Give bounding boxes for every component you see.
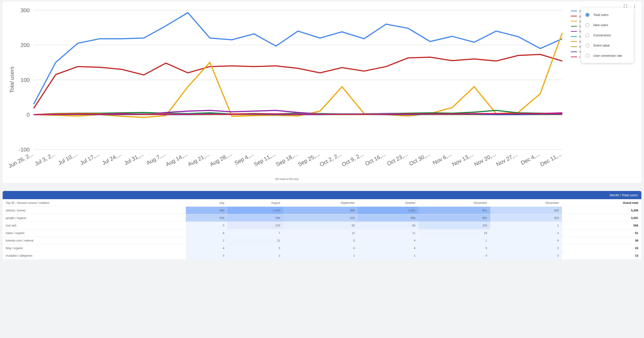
legend-swatch — [571, 41, 577, 42]
table-cell: 303 — [490, 214, 562, 222]
svg-text:Oct 23,...: Oct 23,... — [386, 151, 409, 167]
svg-text:Dec 11,...: Dec 11,... — [539, 151, 562, 168]
metric-option-label: Event value — [594, 44, 610, 47]
svg-text:Jul 3, 2...: Jul 3, 2... — [34, 151, 56, 167]
row-grand-total: 5,206 — [562, 207, 641, 214]
table-cell: 82 — [283, 222, 358, 229]
svg-text:Oct 16,...: Oct 16,... — [364, 151, 387, 167]
table-cell: 1,052 — [358, 207, 418, 214]
table-col-header[interactable]: November — [418, 199, 490, 207]
table-cell: 5 — [283, 237, 358, 244]
row-label: linkedin.com / referral — [3, 237, 186, 244]
table-cell: 1 — [283, 252, 358, 260]
table-cell: 1 — [186, 237, 228, 244]
legend-swatch — [571, 31, 577, 32]
table-cell: 682 — [418, 214, 490, 222]
table-cell: 1,043 — [228, 207, 284, 214]
svg-text:Oct 30,...: Oct 30,... — [408, 151, 431, 167]
table-row[interactable]: baidu / organic87121119461 — [3, 229, 641, 237]
table-cell: 233 — [418, 222, 490, 229]
table-col-header[interactable]: August — [228, 199, 284, 207]
pivot-table: Top 30 - Session source / mediumJulyAugu… — [3, 199, 641, 260]
metric-option-label: New users — [594, 23, 608, 27]
row-grand-total: 24 — [562, 244, 641, 252]
svg-text:Jul 31,...: Jul 31,... — [123, 151, 144, 166]
pivot-table-card: Month / Total users Top 30 - Session sou… — [3, 191, 641, 260]
svg-text:Aug 28,...: Aug 28,... — [209, 151, 232, 168]
table-left-header: Top 30 - Session source / medium — [3, 199, 186, 207]
metric-option-label: Total users — [594, 13, 608, 17]
table-col-header[interactable]: December — [490, 199, 562, 207]
row-grand-total: 556 — [562, 222, 641, 229]
svg-text:Jul 17,...: Jul 17,... — [79, 151, 100, 166]
table-cell: 901 — [418, 207, 490, 214]
table-row[interactable]: (not set)315382842331556 — [3, 222, 641, 229]
svg-text:Aug 14,...: Aug 14,... — [165, 151, 188, 168]
svg-text:Nov 27,...: Nov 27,... — [495, 151, 519, 168]
legend-swatch — [571, 11, 577, 11]
row-label: (not set) — [3, 222, 186, 229]
svg-text:Dec 4,...: Dec 4,... — [520, 151, 541, 166]
table-row[interactable]: google / organic5305905206566823033,281 — [3, 214, 641, 222]
legend-swatch — [571, 52, 577, 52]
table-grand-header[interactable]: Grand total — [562, 199, 641, 207]
svg-text:100: 100 — [20, 77, 30, 83]
table-cell: 656 — [358, 214, 418, 222]
table-col-header[interactable]: July — [186, 199, 228, 207]
svg-text:Jun 26, 2...: Jun 26, 2... — [7, 151, 34, 169]
table-cell: 3 — [418, 252, 490, 260]
svg-text:Sep 4,...: Sep 4,... — [234, 151, 254, 166]
svg-text:Sep 18,...: Sep 18,... — [275, 151, 298, 168]
metric-option[interactable]: Total users — [581, 10, 634, 20]
svg-text:Nov 6,...: Nov 6,... — [432, 151, 452, 166]
legend-swatch — [571, 26, 577, 26]
table-cell: 520 — [283, 214, 358, 222]
radio-icon — [586, 23, 590, 27]
svg-text:Aug 7,...: Aug 7,... — [146, 151, 166, 166]
legend-swatch — [571, 21, 577, 22]
metric-option[interactable]: Conversions — [581, 30, 634, 40]
row-label: trustpilot / categories — [3, 252, 186, 260]
svg-text:Oct 2, 2...: Oct 2, 2... — [319, 151, 342, 168]
table-row[interactable]: (direct) / (none)8801,0439051,0529014255… — [3, 207, 641, 214]
legend-swatch — [571, 56, 577, 57]
table-title: Month / Total users — [3, 191, 641, 199]
svg-text:Aug 21,...: Aug 21,... — [187, 151, 210, 168]
table-row[interactable]: trustpilot / categories32113313 — [3, 252, 641, 260]
line-chart[interactable]: Total users-1000100200300Jun 26, 2...Jul… — [7, 6, 567, 180]
row-label: (direct) / (none) — [3, 207, 186, 214]
svg-text:Total users: Total users — [9, 66, 15, 93]
table-cell: 6 — [490, 237, 562, 244]
radio-icon — [586, 54, 590, 58]
svg-text:Sep 25,...: Sep 25,... — [297, 151, 320, 168]
metric-option[interactable]: Event value — [581, 40, 634, 50]
metric-option[interactable]: New users — [581, 20, 634, 30]
svg-text:Sep 11,...: Sep 11,... — [253, 151, 276, 168]
svg-text:Nov 20,...: Nov 20,... — [473, 151, 496, 168]
svg-text:Nov 13,...: Nov 13,... — [451, 151, 474, 168]
legend-swatch — [571, 16, 577, 16]
table-col-header[interactable]: September — [283, 199, 358, 207]
metric-option[interactable]: User conversion rate — [581, 50, 634, 61]
table-cell: 880 — [186, 207, 228, 214]
svg-text:-100: -100 — [19, 146, 30, 152]
radio-icon — [586, 13, 590, 17]
svg-text:300: 300 — [20, 7, 30, 13]
line-chart-card: Total usersNew usersConversionsEvent val… — [3, 1, 641, 183]
table-row[interactable]: bing / organic45445224 — [3, 244, 641, 252]
table-cell: 4 — [358, 237, 418, 244]
radio-icon — [586, 44, 590, 48]
table-cell: 11 — [358, 229, 418, 237]
svg-point-2 — [634, 7, 635, 8]
table-col-header[interactable]: October — [358, 199, 418, 207]
row-label: bing / organic — [3, 244, 186, 252]
table-cell: 3 — [186, 252, 228, 260]
table-row[interactable]: linkedin.com / referral121541638 — [3, 237, 641, 244]
svg-text:0: 0 — [26, 112, 30, 118]
metric-option-label: User conversion rate — [594, 54, 622, 58]
metric-selector-popup: Total usersNew usersConversionsEvent val… — [581, 8, 634, 63]
table-cell: 4 — [186, 244, 228, 252]
svg-text:Oct 9, 2...: Oct 9, 2... — [341, 151, 364, 168]
svg-point-0 — [634, 5, 635, 5]
table-cell: 153 — [228, 222, 284, 229]
